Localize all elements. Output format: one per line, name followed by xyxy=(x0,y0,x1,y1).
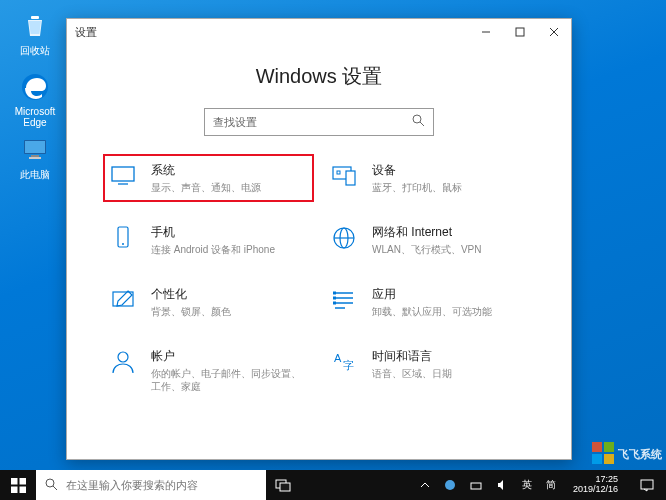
svg-rect-5 xyxy=(29,157,41,159)
tray-network-icon[interactable] xyxy=(467,470,485,500)
phone-icon xyxy=(109,224,137,252)
taskbar-search-input[interactable] xyxy=(66,479,258,491)
card-title: 时间和语言 xyxy=(372,348,529,365)
svg-rect-27 xyxy=(333,292,336,295)
card-title: 网络和 Internet xyxy=(372,224,529,241)
taskbar-clock[interactable]: 17:25 2019/12/16 xyxy=(567,475,624,495)
card-personalization[interactable]: 个性化 背景、锁屏、颜色 xyxy=(107,282,310,322)
svg-rect-35 xyxy=(592,454,602,464)
card-system[interactable]: 系统 显示、声音、通知、电源 xyxy=(103,154,314,202)
svg-point-42 xyxy=(46,479,54,487)
card-desc: WLAN、飞行模式、VPN xyxy=(372,243,529,256)
card-title: 应用 xyxy=(372,286,529,303)
desktop-icon-recycle-bin[interactable]: 回收站 xyxy=(10,8,60,58)
action-center-button[interactable] xyxy=(632,478,662,492)
svg-rect-41 xyxy=(19,486,26,493)
svg-rect-47 xyxy=(471,483,481,489)
network-icon xyxy=(330,224,358,252)
card-desc: 卸载、默认应用、可选功能 xyxy=(372,305,529,318)
system-tray: 英 简 17:25 2019/12/16 xyxy=(413,470,666,500)
svg-rect-34 xyxy=(604,442,614,452)
svg-rect-28 xyxy=(333,297,336,300)
card-title: 帐户 xyxy=(151,348,308,365)
tray-volume-icon[interactable] xyxy=(493,470,511,500)
personalization-icon xyxy=(109,286,137,314)
svg-point-46 xyxy=(445,480,455,490)
card-title: 设备 xyxy=(372,162,529,179)
titlebar[interactable]: 设置 xyxy=(67,19,571,45)
card-title: 个性化 xyxy=(151,286,308,303)
desktop: 回收站 Microsoft Edge 此电脑 设置 xyxy=(0,0,666,500)
svg-line-11 xyxy=(420,122,424,126)
taskbar-search[interactable] xyxy=(36,470,266,500)
svg-rect-48 xyxy=(641,480,653,489)
card-accounts[interactable]: 帐户 你的帐户、电子邮件、同步设置、工作、家庭 xyxy=(107,344,310,397)
start-button[interactable] xyxy=(0,470,36,500)
search-icon xyxy=(44,477,58,493)
svg-rect-38 xyxy=(11,478,18,485)
devices-icon xyxy=(330,162,358,190)
tray-chevron-up-icon[interactable] xyxy=(417,470,433,500)
card-network[interactable]: 网络和 Internet WLAN、飞行模式、VPN xyxy=(328,220,531,260)
svg-point-10 xyxy=(413,115,421,123)
tray-app-icon[interactable] xyxy=(441,470,459,500)
svg-rect-33 xyxy=(592,442,602,452)
minimize-button[interactable] xyxy=(469,19,503,45)
card-desc: 你的帐户、电子邮件、同步设置、工作、家庭 xyxy=(151,367,308,393)
card-title: 系统 xyxy=(151,162,308,179)
svg-text:A: A xyxy=(334,352,342,364)
svg-rect-12 xyxy=(112,167,134,181)
svg-rect-0 xyxy=(31,16,39,19)
card-time-language[interactable]: A字 时间和语言 语音、区域、日期 xyxy=(328,344,531,397)
settings-search-input[interactable] xyxy=(213,116,411,128)
svg-rect-15 xyxy=(346,171,355,185)
thispc-icon xyxy=(18,132,52,166)
desktop-icon-label: Microsoft Edge xyxy=(15,106,56,128)
card-apps[interactable]: 应用 卸载、默认应用、可选功能 xyxy=(328,282,531,322)
desktop-icon-label: 回收站 xyxy=(20,44,50,58)
apps-icon xyxy=(330,286,358,314)
settings-window: 设置 Windows 设置 xyxy=(66,18,572,460)
recycle-bin-icon xyxy=(18,8,52,42)
card-desc: 连接 Android 设备和 iPhone xyxy=(151,243,308,256)
svg-rect-29 xyxy=(333,302,336,305)
svg-rect-45 xyxy=(280,483,290,491)
svg-text:字: 字 xyxy=(343,359,354,371)
close-button[interactable] xyxy=(537,19,571,45)
card-desc: 背景、锁屏、颜色 xyxy=(151,305,308,318)
svg-rect-4 xyxy=(31,155,39,157)
desktop-icon-edge[interactable]: Microsoft Edge xyxy=(10,70,60,128)
window-title: 设置 xyxy=(75,25,97,40)
svg-point-30 xyxy=(118,352,128,362)
svg-rect-7 xyxy=(516,28,524,36)
page-title: Windows 设置 xyxy=(101,63,537,90)
maximize-button[interactable] xyxy=(503,19,537,45)
card-desc: 语音、区域、日期 xyxy=(372,367,529,380)
task-view-button[interactable] xyxy=(266,470,300,500)
card-desc: 蓝牙、打印机、鼠标 xyxy=(372,181,529,194)
svg-rect-36 xyxy=(604,454,614,464)
ime-indicator2[interactable]: 简 xyxy=(543,470,559,500)
svg-rect-3 xyxy=(25,141,45,153)
settings-grid: 系统 显示、声音、通知、电源 设备 蓝牙、打印机、鼠标 xyxy=(101,158,537,397)
settings-content: Windows 设置 系统 显示、声音、通知、电源 xyxy=(67,45,571,459)
svg-rect-39 xyxy=(19,478,26,485)
taskbar: 英 简 17:25 2019/12/16 xyxy=(0,470,666,500)
ime-indicator[interactable]: 英 xyxy=(519,470,535,500)
system-icon xyxy=(109,162,137,190)
card-devices[interactable]: 设备 蓝牙、打印机、鼠标 xyxy=(328,158,531,198)
card-desc: 显示、声音、通知、电源 xyxy=(151,181,308,194)
time-language-icon: A字 xyxy=(330,348,358,376)
svg-rect-40 xyxy=(11,486,18,493)
desktop-icon-label: 此电脑 xyxy=(20,168,50,182)
card-phone[interactable]: 手机 连接 Android 设备和 iPhone xyxy=(107,220,310,260)
clock-date: 2019/12/16 xyxy=(573,485,618,495)
svg-text:飞飞系统: 飞飞系统 xyxy=(617,448,662,460)
watermark: 飞飞系统 xyxy=(592,438,662,468)
svg-rect-16 xyxy=(337,171,340,174)
settings-search-box[interactable] xyxy=(204,108,434,136)
desktop-icon-thispc[interactable]: 此电脑 xyxy=(10,132,60,182)
card-title: 手机 xyxy=(151,224,308,241)
svg-line-43 xyxy=(53,486,57,490)
search-icon xyxy=(411,113,425,131)
